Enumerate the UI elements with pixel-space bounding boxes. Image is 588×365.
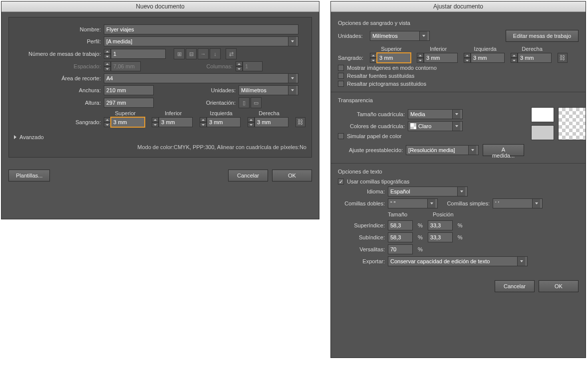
cancel-button[interactable]: Cancelar <box>495 280 535 292</box>
grid-by-row-icon[interactable]: ⊞ <box>174 48 185 59</box>
arrange-down-icon[interactable]: ↓ <box>210 48 221 59</box>
crop-area-select[interactable]: A4 <box>104 73 298 83</box>
language-select[interactable]: Español <box>388 186 468 196</box>
arrange-ltr-icon[interactable]: ⇄ <box>226 48 237 59</box>
size-header: Tamaño <box>388 211 418 217</box>
swatch-white[interactable] <box>531 107 554 122</box>
bleed-label: Sangrado: <box>14 119 104 127</box>
link-bleed-icon[interactable]: ⛓ <box>558 53 568 63</box>
export-select[interactable]: Conservar capacidad de edición de texto <box>388 256 528 266</box>
bleed-right-stepper[interactable] <box>248 117 291 127</box>
spacing-stepper <box>104 61 141 71</box>
transparency-section-title: Transparencia <box>338 97 579 103</box>
grid-color-label: Colores de cuadrícula: <box>338 123 408 129</box>
subscript-size-input[interactable] <box>388 232 413 242</box>
orientation-portrait-icon[interactable]: ▯ <box>239 97 250 108</box>
grid-color-select[interactable]: Claro <box>408 121 463 131</box>
units-label: Unidades: <box>338 33 370 39</box>
transparency-preview <box>558 107 586 140</box>
double-quotes-select[interactable]: “ ” <box>388 198 438 208</box>
edit-artboards-button[interactable]: Editar mesas de trabajo <box>506 30 579 42</box>
profile-label: Perfil: <box>14 38 104 44</box>
grid-by-col-icon[interactable]: ⊟ <box>186 48 197 59</box>
smallcaps-input[interactable] <box>388 244 413 254</box>
color-mode-info: Modo de color:CMYK, PPP:300, Alinear con… <box>137 144 306 150</box>
smallcaps-label: Versalitas: <box>338 246 388 252</box>
spacing-label: Espaciado: <box>14 63 104 69</box>
simulate-paper-checkbox[interactable]: Simular papel de color <box>338 133 524 139</box>
adjust-document-titlebar: Ajustar documento <box>331 1 586 12</box>
subscript-pos-input[interactable] <box>428 232 453 242</box>
ok-button[interactable]: OK <box>272 170 312 182</box>
advanced-disclosure[interactable]: Avanzado <box>14 134 44 140</box>
language-label: Idioma: <box>338 188 388 194</box>
units-select[interactable]: Milímetros <box>370 31 430 41</box>
superscript-label: Superíndice: <box>338 222 388 228</box>
preset-select[interactable]: [Resolución media] <box>406 145 479 155</box>
width-label: Anchura: <box>14 87 104 93</box>
height-input[interactable] <box>104 98 154 108</box>
name-input[interactable] <box>104 24 298 34</box>
outline-images-checkbox[interactable]: Mostrar imágenes en modo contorno <box>338 65 579 71</box>
grid-size-label: Tamaño cuadrícula: <box>338 111 408 117</box>
bleed-right-stepper[interactable] <box>511 53 554 63</box>
bleed-top-stepper[interactable] <box>370 53 413 63</box>
bleed-bottom-stepper[interactable] <box>417 53 460 63</box>
units-select[interactable]: Milímetros <box>239 85 298 95</box>
swatch-gray[interactable] <box>531 125 554 140</box>
crop-area-label: Área de recorte: <box>14 75 104 81</box>
bleed-left-header: Izquierda <box>200 110 243 116</box>
bleed-left-stepper[interactable] <box>200 117 243 127</box>
superscript-size-input[interactable] <box>388 220 413 230</box>
subscript-label: Subíndice: <box>338 234 388 240</box>
bleed-left-header: Izquierda <box>464 46 507 52</box>
preset-label: Ajuste preestablecido: <box>338 147 406 153</box>
bleed-top-header: Superior <box>370 46 413 52</box>
typographic-quotes-checkbox[interactable]: ✓Usar comillas tipográficas <box>338 179 579 184</box>
position-header: Posición <box>433 211 463 217</box>
units-label: Unidades: <box>154 87 239 93</box>
columns-label: Columnas: <box>141 63 236 69</box>
ok-button[interactable]: OK <box>539 280 579 292</box>
superscript-pos-input[interactable] <box>428 220 453 230</box>
single-quotes-select[interactable]: ‘ ’ <box>493 198 543 208</box>
arrange-right-icon[interactable]: → <box>198 48 209 59</box>
link-bleed-icon[interactable]: ⛓ <box>295 117 305 127</box>
double-quotes-label: Comillas dobles: <box>338 200 388 206</box>
text-section-title: Opciones de texto <box>338 169 579 175</box>
bleed-bottom-header: Inferior <box>152 110 195 116</box>
single-quotes-label: Comillas simples: <box>438 200 493 206</box>
artboards-stepper[interactable] <box>104 49 166 59</box>
new-document-titlebar: Nuevo documento <box>1 1 319 12</box>
columns-stepper <box>236 61 263 71</box>
width-input[interactable] <box>104 85 154 95</box>
bleed-section-title: Opciones de sangrado y vista <box>338 20 579 26</box>
name-label: Nombre: <box>14 26 104 32</box>
orientation-landscape-icon[interactable]: ▭ <box>251 97 262 108</box>
bleed-top-stepper[interactable] <box>104 117 147 127</box>
bleed-bottom-header: Inferior <box>417 46 460 52</box>
bleed-left-stepper[interactable] <box>464 53 507 63</box>
export-label: Exportar: <box>338 258 388 264</box>
bleed-label: Sangrado: <box>338 55 370 63</box>
artboards-label: Número de mesas de trabajo: <box>14 51 104 57</box>
profile-select[interactable]: [A medida] <box>104 36 298 46</box>
bleed-right-header: Derecha <box>248 110 291 116</box>
highlight-fonts-checkbox[interactable]: Resaltar fuentes sustituidas <box>338 73 579 79</box>
custom-button[interactable]: A medida... <box>483 144 524 156</box>
templates-button[interactable]: Plantillas... <box>8 170 50 182</box>
bleed-bottom-stepper[interactable] <box>152 117 195 127</box>
orientation-label: Orientación: <box>154 100 239 106</box>
cancel-button[interactable]: Cancelar <box>228 170 268 182</box>
bleed-right-header: Derecha <box>511 46 554 52</box>
bleed-top-header: Superior <box>104 110 147 116</box>
grid-size-select[interactable]: Media <box>408 109 463 119</box>
height-label: Altura: <box>14 100 104 106</box>
adjust-document-dialog: Ajustar documento Opciones de sangrado y… <box>330 1 586 358</box>
highlight-glyphs-checkbox[interactable]: Resaltar pictogramas sustituidos <box>338 81 579 87</box>
new-document-dialog: Nuevo documento Nombre: Perfil: [A medid… <box>1 1 319 219</box>
